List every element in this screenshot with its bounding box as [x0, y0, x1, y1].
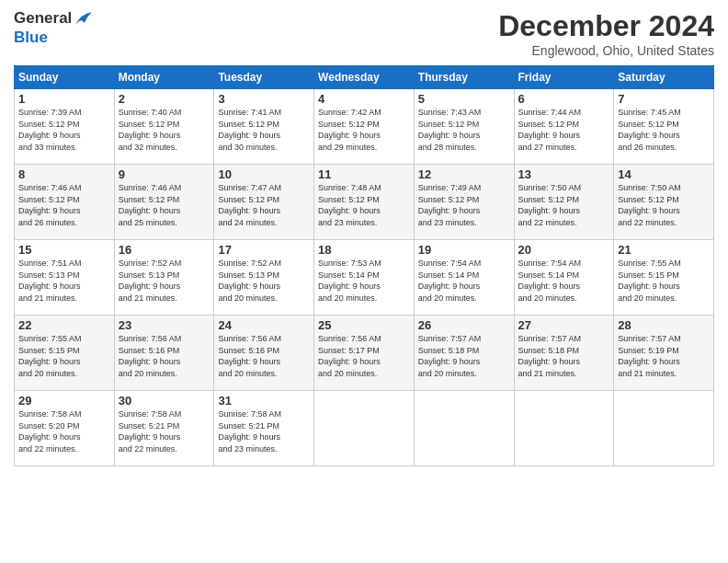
day-number: 14 — [618, 167, 710, 181]
day-info: Sunrise: 7:39 AM Sunset: 5:12 PM Dayligh… — [18, 107, 110, 153]
table-row: 4Sunrise: 7:42 AM Sunset: 5:12 PM Daylig… — [314, 89, 415, 165]
col-friday: Friday — [514, 66, 614, 89]
table-row: 10Sunrise: 7:47 AM Sunset: 5:12 PM Dayli… — [214, 165, 314, 240]
day-number: 4 — [318, 92, 410, 106]
table-row: 1Sunrise: 7:39 AM Sunset: 5:12 PM Daylig… — [15, 89, 115, 165]
day-number: 19 — [418, 243, 510, 257]
table-row: 15Sunrise: 7:51 AM Sunset: 5:13 PM Dayli… — [15, 240, 115, 316]
calendar-header-row: Sunday Monday Tuesday Wednesday Thursday… — [15, 66, 714, 89]
day-info: Sunrise: 7:43 AM Sunset: 5:12 PM Dayligh… — [418, 107, 510, 153]
day-info: Sunrise: 7:51 AM Sunset: 5:13 PM Dayligh… — [18, 258, 110, 304]
day-number: 26 — [418, 318, 510, 332]
table-row: 26Sunrise: 7:57 AM Sunset: 5:18 PM Dayli… — [414, 316, 514, 391]
day-info: Sunrise: 7:56 AM Sunset: 5:16 PM Dayligh… — [218, 333, 310, 379]
table-row: 13Sunrise: 7:50 AM Sunset: 5:12 PM Dayli… — [514, 165, 614, 240]
day-number: 1 — [18, 92, 110, 106]
table-row: 23Sunrise: 7:56 AM Sunset: 5:16 PM Dayli… — [114, 316, 214, 391]
day-number: 11 — [318, 167, 410, 181]
day-number: 12 — [418, 167, 510, 181]
day-number: 27 — [518, 318, 610, 332]
table-row — [514, 391, 614, 466]
col-tuesday: Tuesday — [214, 66, 314, 89]
month-title: December 2024 — [498, 9, 714, 43]
calendar: Sunday Monday Tuesday Wednesday Thursday… — [14, 65, 714, 466]
table-row: 5Sunrise: 7:43 AM Sunset: 5:12 PM Daylig… — [414, 89, 514, 165]
title-area: December 2024 Englewood, Ohio, United St… — [498, 9, 714, 58]
day-info: Sunrise: 7:49 AM Sunset: 5:12 PM Dayligh… — [418, 182, 510, 228]
day-number: 5 — [418, 92, 510, 106]
table-row: 21Sunrise: 7:55 AM Sunset: 5:15 PM Dayli… — [614, 240, 714, 316]
day-number: 31 — [218, 394, 310, 408]
day-number: 18 — [318, 243, 410, 257]
day-number: 17 — [218, 243, 310, 257]
day-info: Sunrise: 7:53 AM Sunset: 5:14 PM Dayligh… — [318, 258, 410, 304]
table-row: 30Sunrise: 7:58 AM Sunset: 5:21 PM Dayli… — [114, 391, 214, 466]
day-number: 28 — [618, 318, 710, 332]
table-row: 14Sunrise: 7:50 AM Sunset: 5:12 PM Dayli… — [614, 165, 714, 240]
day-number: 25 — [318, 318, 410, 332]
day-info: Sunrise: 7:58 AM Sunset: 5:21 PM Dayligh… — [218, 408, 310, 454]
table-row: 16Sunrise: 7:52 AM Sunset: 5:13 PM Dayli… — [114, 240, 214, 316]
day-info: Sunrise: 7:52 AM Sunset: 5:13 PM Dayligh… — [218, 258, 310, 304]
table-row: 28Sunrise: 7:57 AM Sunset: 5:19 PM Dayli… — [614, 316, 714, 391]
day-number: 6 — [518, 92, 610, 106]
table-row: 31Sunrise: 7:58 AM Sunset: 5:21 PM Dayli… — [214, 391, 314, 466]
day-info: Sunrise: 7:48 AM Sunset: 5:12 PM Dayligh… — [318, 182, 410, 228]
table-row — [314, 391, 415, 466]
day-number: 10 — [218, 167, 310, 181]
day-number: 16 — [119, 243, 210, 257]
day-info: Sunrise: 7:56 AM Sunset: 5:17 PM Dayligh… — [318, 333, 410, 379]
day-number: 24 — [218, 318, 310, 332]
day-info: Sunrise: 7:41 AM Sunset: 5:12 PM Dayligh… — [218, 107, 310, 153]
logo-blue: Blue — [14, 29, 94, 47]
table-row: 17Sunrise: 7:52 AM Sunset: 5:13 PM Dayli… — [214, 240, 314, 316]
table-row: 9Sunrise: 7:46 AM Sunset: 5:12 PM Daylig… — [114, 165, 214, 240]
table-row: 6Sunrise: 7:44 AM Sunset: 5:12 PM Daylig… — [514, 89, 614, 165]
table-row: 22Sunrise: 7:55 AM Sunset: 5:15 PM Dayli… — [15, 316, 115, 391]
header: General Blue December 2024 Englewood, Oh… — [14, 9, 714, 58]
day-info: Sunrise: 7:54 AM Sunset: 5:14 PM Dayligh… — [418, 258, 510, 304]
table-row — [614, 391, 714, 466]
col-thursday: Thursday — [414, 66, 514, 89]
location: Englewood, Ohio, United States — [498, 43, 714, 58]
day-number: 8 — [18, 167, 110, 181]
day-number: 22 — [18, 318, 110, 332]
day-info: Sunrise: 7:52 AM Sunset: 5:13 PM Dayligh… — [119, 258, 210, 304]
table-row: 12Sunrise: 7:49 AM Sunset: 5:12 PM Dayli… — [414, 165, 514, 240]
day-number: 20 — [518, 243, 610, 257]
day-number: 7 — [618, 92, 710, 106]
day-info: Sunrise: 7:47 AM Sunset: 5:12 PM Dayligh… — [218, 182, 310, 228]
day-info: Sunrise: 7:58 AM Sunset: 5:21 PM Dayligh… — [119, 408, 210, 454]
day-info: Sunrise: 7:40 AM Sunset: 5:12 PM Dayligh… — [119, 107, 210, 153]
col-sunday: Sunday — [15, 66, 115, 89]
logo-bird-icon — [74, 10, 94, 29]
day-number: 29 — [18, 394, 110, 408]
day-info: Sunrise: 7:55 AM Sunset: 5:15 PM Dayligh… — [18, 333, 110, 379]
table-row: 11Sunrise: 7:48 AM Sunset: 5:12 PM Dayli… — [314, 165, 415, 240]
day-number: 30 — [119, 394, 210, 408]
day-info: Sunrise: 7:42 AM Sunset: 5:12 PM Dayligh… — [318, 107, 410, 153]
day-info: Sunrise: 7:44 AM Sunset: 5:12 PM Dayligh… — [518, 107, 610, 153]
table-row: 27Sunrise: 7:57 AM Sunset: 5:18 PM Dayli… — [514, 316, 614, 391]
day-number: 15 — [18, 243, 110, 257]
table-row: 2Sunrise: 7:40 AM Sunset: 5:12 PM Daylig… — [114, 89, 214, 165]
col-monday: Monday — [114, 66, 214, 89]
day-info: Sunrise: 7:46 AM Sunset: 5:12 PM Dayligh… — [18, 182, 110, 228]
table-row: 18Sunrise: 7:53 AM Sunset: 5:14 PM Dayli… — [314, 240, 415, 316]
table-row: 19Sunrise: 7:54 AM Sunset: 5:14 PM Dayli… — [414, 240, 514, 316]
day-info: Sunrise: 7:58 AM Sunset: 5:20 PM Dayligh… — [18, 408, 110, 454]
table-row: 24Sunrise: 7:56 AM Sunset: 5:16 PM Dayli… — [214, 316, 314, 391]
day-info: Sunrise: 7:50 AM Sunset: 5:12 PM Dayligh… — [518, 182, 610, 228]
table-row: 3Sunrise: 7:41 AM Sunset: 5:12 PM Daylig… — [214, 89, 314, 165]
col-saturday: Saturday — [614, 66, 714, 89]
logo: General Blue — [14, 9, 94, 46]
day-info: Sunrise: 7:55 AM Sunset: 5:15 PM Dayligh… — [618, 258, 710, 304]
day-info: Sunrise: 7:57 AM Sunset: 5:18 PM Dayligh… — [418, 333, 510, 379]
day-info: Sunrise: 7:57 AM Sunset: 5:18 PM Dayligh… — [518, 333, 610, 379]
table-row: 20Sunrise: 7:54 AM Sunset: 5:14 PM Dayli… — [514, 240, 614, 316]
day-info: Sunrise: 7:57 AM Sunset: 5:19 PM Dayligh… — [618, 333, 710, 379]
table-row: 25Sunrise: 7:56 AM Sunset: 5:17 PM Dayli… — [314, 316, 415, 391]
day-number: 3 — [218, 92, 310, 106]
day-info: Sunrise: 7:46 AM Sunset: 5:12 PM Dayligh… — [119, 182, 210, 228]
day-number: 13 — [518, 167, 610, 181]
